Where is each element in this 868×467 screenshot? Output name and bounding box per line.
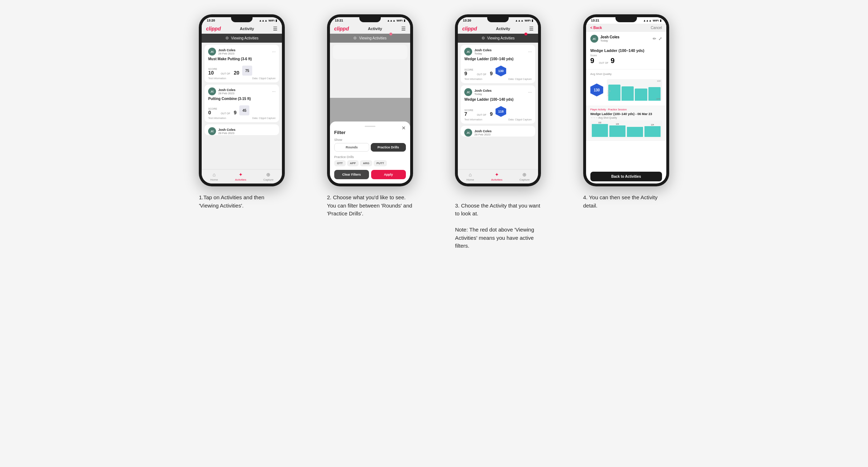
edit-icon-4[interactable]: ✏ — [653, 36, 656, 41]
filter-area-2: ✕ Filter Show Rounds Practice Drills Pra… — [330, 61, 410, 184]
red-dot-2 — [389, 33, 392, 35]
activity-title-3-1: Wedge Ladder (100–140 yds) — [464, 57, 532, 61]
back-to-activities-button[interactable]: Back to Activities — [590, 172, 662, 181]
user-info-1-1: JC Josh Coles 28 Feb 2023 — [208, 48, 235, 56]
username-1-1: Josh Coles — [218, 48, 235, 52]
red-dot-3 — [524, 33, 527, 35]
battery-icon-2: ▮ — [404, 19, 405, 22]
detail-action-icons-4: ✏ ⤢ — [653, 36, 662, 41]
viewing-bar-2[interactable]: ⚙ Viewing Activities — [330, 34, 410, 43]
practice-drills-filter-button[interactable]: Practice Drills — [371, 143, 406, 152]
avatar-1-1: JC — [208, 48, 216, 56]
activity-card-1-1[interactable]: JC Josh Coles 28 Feb 2023 ··· Must Make … — [205, 45, 279, 82]
score-value-3-1: 9 — [464, 71, 473, 76]
activity-card-3-1[interactable]: JC Josh Coles Today ··· Wedge Ladder (10… — [461, 45, 535, 83]
pill-app[interactable]: APP — [347, 160, 359, 166]
cancel-link-4[interactable]: Cancel — [651, 26, 662, 30]
userdate-1-1: 28 Feb 2023 — [218, 52, 235, 55]
activity-card-1-2[interactable]: JC Josh Coles 28 Feb 2023 ··· Putting Co… — [205, 85, 279, 122]
apply-button[interactable]: Apply — [371, 170, 406, 179]
nav-home-3[interactable]: ⌂ Home — [466, 172, 474, 181]
card-footer-3-1: Test Information Data: Clippd Capture — [464, 78, 532, 80]
back-link-4[interactable]: < Back — [590, 26, 602, 30]
status-icons-4: ▲▲▲ WiFi ▮ — [643, 19, 661, 22]
detail-userdate-4: Today — [600, 39, 619, 42]
card-header-1-1: JC Josh Coles 28 Feb 2023 ··· — [208, 48, 275, 56]
filter-handle-2 — [365, 126, 375, 127]
phone-2-frame: 13:21 ▲▲▲ WiFi ▮ clippd Activity ☰ ⚙ V — [327, 14, 413, 186]
detail-scroll-4: Wedge Ladder (100–140 yds) Score 9 OUT O… — [586, 46, 666, 170]
test-info-3-2: Test Information — [464, 118, 482, 121]
nav-capture-1[interactable]: ⊕ Capture — [263, 172, 273, 181]
user-info-1-3: JC Josh Coles 28 Feb 2023 — [208, 127, 235, 135]
notch-3 — [487, 17, 509, 22]
card-footer-1-1: Test Information Data: Clippd Capture — [208, 77, 275, 80]
wifi-icon-4: WiFi — [653, 19, 659, 22]
detail-score-group-4: Score 9 — [590, 54, 597, 65]
page-container: 13:20 ▲▲▲ WiFi ▮ clippd Activity ☰ ⚙ V — [183, 14, 685, 250]
header-title-2: Activity — [368, 27, 382, 31]
capture-icon-1: ⊕ — [266, 172, 270, 177]
more-dots-1-2[interactable]: ··· — [272, 89, 275, 94]
stats-row-3-2: Score 7 OUT OF 9 118 — [464, 103, 532, 117]
activity-card-3-3[interactable]: JC Josh Coles 28 Feb 2023 — [461, 126, 535, 137]
detail-user-text-4: Josh Coles Today — [600, 35, 619, 42]
pill-putt[interactable]: PUTT — [374, 160, 387, 166]
chart-bar-4-2 — [622, 86, 634, 101]
user-info-3-2: JC Josh Coles Today — [464, 88, 491, 96]
more-dots-3-1[interactable]: ··· — [528, 49, 532, 54]
pill-ott[interactable]: OTT — [334, 160, 346, 166]
shots-value-1-2: 9 — [234, 110, 236, 115]
card-footer-1-2: Test Information Data: Clippd Capture — [208, 117, 275, 119]
detail-outof-4: OUT OF — [599, 62, 608, 65]
phone-1-screen: 13:20 ▲▲▲ WiFi ▮ clippd Activity ☰ ⚙ V — [202, 17, 282, 184]
score-value-1-2: 0 — [208, 110, 217, 115]
chart-max-4: 130 — [657, 80, 661, 82]
detail-section-4-3: Player Activity · Practice Session Wedge… — [586, 106, 666, 141]
more-dots-3-2[interactable]: ··· — [528, 90, 532, 95]
userdate-1-3: 28 Feb 2023 — [218, 132, 235, 135]
time-2: 13:21 — [335, 19, 343, 22]
card-footer-3-2: Test Information Data: Clippd Capture — [464, 118, 532, 121]
shots-value-3-2: 9 — [490, 111, 493, 117]
nav-home-1[interactable]: ⌂ Home — [210, 172, 218, 181]
notch-2 — [359, 17, 381, 22]
scroll-area-1: JC Josh Coles 28 Feb 2023 ··· Must Make … — [202, 43, 282, 169]
logo-1: clippd — [206, 26, 221, 32]
clear-filters-button[interactable]: Clear Filters — [334, 170, 369, 179]
expand-icon-4[interactable]: ⤢ — [658, 36, 662, 41]
menu-icon-3[interactable]: ☰ — [529, 26, 534, 32]
detail-header-4: < Back Cancel — [586, 24, 666, 32]
activity-card-1-3[interactable]: JC Josh Coles 28 Feb 2023 — [205, 124, 279, 135]
shot-quality-badge-1-2: 45 — [239, 105, 249, 115]
activities-label-3: Activities — [491, 178, 503, 181]
nav-capture-3[interactable]: ⊕ Capture — [519, 172, 529, 181]
activity-card-3-2[interactable]: JC Josh Coles Today ··· Wedge Ladder (10… — [461, 85, 535, 124]
wifi-icon-1: WiFi — [268, 19, 274, 22]
menu-icon-1[interactable]: ☰ — [273, 26, 278, 32]
viewing-bar-1[interactable]: ⚙ Viewing Activities — [202, 34, 282, 43]
userdate-3-3: 28 Feb 2023 — [474, 133, 491, 136]
detail-score-value-4: 9 — [590, 57, 597, 65]
caption-2: 2. Choose what you'd like to see. You ca… — [327, 194, 413, 218]
data-source-1-1: Data: Clippd Capture — [252, 77, 275, 80]
filter-close-button[interactable]: ✕ — [402, 125, 406, 131]
detail-score-row-4: Score 9 OUT OF 9 — [590, 54, 662, 65]
nav-activities-3[interactable]: ✦ Activities — [491, 172, 503, 181]
user-details-1-1: Josh Coles 28 Feb 2023 — [218, 48, 235, 55]
card-header-3-2: JC Josh Coles Today ··· — [464, 88, 532, 96]
session-label-4: Player Activity · Practice Session — [590, 108, 662, 111]
pill-arg[interactable]: ARG — [360, 160, 372, 166]
menu-icon-2[interactable]: ☰ — [401, 26, 406, 32]
rounds-filter-button[interactable]: Rounds — [334, 143, 369, 152]
viewing-bar-3[interactable]: ⚙ Viewing Activities — [458, 34, 538, 43]
scroll-area-3: JC Josh Coles Today ··· Wedge Ladder (10… — [458, 43, 538, 169]
nav-activities-1[interactable]: ✦ Activities — [235, 172, 246, 181]
shot-quality-hex-3-1: 130 — [495, 66, 506, 76]
stats-row-1-1: Score 10 OUT OF 20 75 — [208, 63, 275, 76]
activity-title-3-2: Wedge Ladder (100–140 yds) — [464, 97, 532, 101]
user-details-1-3: Josh Coles 28 Feb 2023 — [218, 128, 235, 135]
user-details-3-2: Josh Coles Today — [474, 89, 491, 96]
header-title-3: Activity — [496, 27, 510, 31]
more-dots-1-1[interactable]: ··· — [272, 49, 275, 54]
